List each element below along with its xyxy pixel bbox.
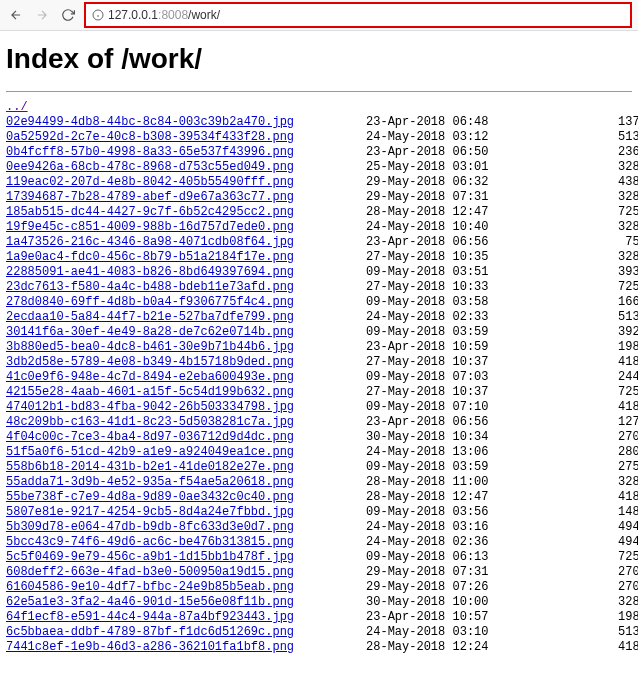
file-link[interactable]: 185ab515-dc44-4427-9c7f-6b52c4295cc2.png (6, 205, 294, 219)
file-link[interactable]: 0ee9426a-68cb-478c-8968-d753c55ed049.png (6, 160, 294, 174)
file-link[interactable]: 55adda71-3d9b-4e52-935a-f54ae5a20618.png (6, 475, 294, 489)
file-link[interactable]: 55be738f-c7e9-4d8a-9d89-0ae3432c0c40.png (6, 490, 294, 504)
page-body: Index of /work/ ../ 02e94499-4db8-44bc-8… (0, 31, 638, 655)
back-button[interactable] (6, 5, 26, 25)
site-info-icon[interactable] (92, 9, 104, 21)
file-link[interactable]: 278d0840-69ff-4d8b-b0a4-f9306775f4c4.png (6, 295, 294, 309)
file-link[interactable]: 474012b1-bd83-4fba-9042-26b503334798.jpg (6, 400, 294, 414)
file-link[interactable]: 3b880ed5-bea0-4dc8-b461-30e9b71b44b6.jpg (6, 340, 294, 354)
url-path: /work/ (188, 8, 220, 22)
file-link[interactable]: 51f5a0f6-51cd-42b9-a1e9-a924049ea1ce.png (6, 445, 294, 459)
file-link[interactable]: 48c209bb-c163-41d1-8c23-5d5038281c7a.jpg (6, 415, 294, 429)
file-link[interactable]: 3db2d58e-5789-4e08-b349-4b15718b9ded.png (6, 355, 294, 369)
reload-button[interactable] (58, 5, 78, 25)
file-link[interactable]: 61604586-9e10-4df7-bfbc-24e9b85b5eab.png (6, 580, 294, 594)
file-link[interactable]: 558b6b18-2014-431b-b2e1-41de0182e27e.png (6, 460, 294, 474)
file-link[interactable]: 7441c8ef-1e9b-46d3-a286-362101fa1bf8.png (6, 640, 294, 654)
file-link[interactable]: 5b309d78-e064-47db-b9db-8fc633d3e0d7.png (6, 520, 294, 534)
page-title-prefix: Index of (6, 43, 121, 74)
directory-listing: ../ 02e94499-4db8-44bc-8c84-003c39b2a470… (6, 100, 632, 655)
file-link[interactable]: 23dc7613-f580-4a4c-b488-bdeb11e73afd.png (6, 280, 294, 294)
url-bar[interactable]: 127.0.0.1:8008/work/ (84, 2, 632, 28)
file-link[interactable]: 5bcc43c9-74f6-49d6-ac6c-be476b313815.png (6, 535, 294, 549)
page-title-path: /work/ (121, 43, 202, 74)
file-link[interactable]: 22885091-ae41-4083-b826-8bd649397694.png (6, 265, 294, 279)
forward-button[interactable] (32, 5, 52, 25)
file-link[interactable]: 1a9e0ac4-fdc0-456c-8b79-b51a2184f17e.png (6, 250, 294, 264)
file-link[interactable]: 5807e81e-9217-4254-9cb5-8d4a24e7fbbd.jpg (6, 505, 294, 519)
url-text: 127.0.0.1:8008/work/ (108, 8, 220, 22)
file-link[interactable]: 64f1ecf8-e591-44c4-944a-87a4bf923443.jpg (6, 610, 294, 624)
url-port: :8008 (158, 8, 188, 22)
file-link[interactable]: 17394687-7b28-4789-abef-d9e67a363c77.png (6, 190, 294, 204)
file-link[interactable]: 41c0e9f6-948e-4c7d-8494-e2eba600493e.png (6, 370, 294, 384)
browser-toolbar: 127.0.0.1:8008/work/ (0, 0, 638, 31)
parent-dir-link[interactable]: ../ (6, 100, 28, 114)
file-link[interactable]: 6c5bbaea-ddbf-4789-87bf-f1dc6d51269c.png (6, 625, 294, 639)
file-link[interactable]: 42155e28-4aab-4601-a15f-5c54d199b632.png (6, 385, 294, 399)
file-link[interactable]: 2ecdaa10-5a84-44f7-b21e-527ba7dfe799.png (6, 310, 294, 324)
file-link[interactable]: 02e94499-4db8-44bc-8c84-003c39b2a470.jpg (6, 115, 294, 129)
file-link[interactable]: 0b4fcff8-57b0-4998-8a33-65e537f43996.png (6, 145, 294, 159)
file-link[interactable]: 19f9e45c-c851-4009-988b-16d757d7ede0.png (6, 220, 294, 234)
url-host: 127.0.0.1 (108, 8, 158, 22)
file-link[interactable]: 0a52592d-2c7e-40c8-b308-39534f433f28.png (6, 130, 294, 144)
file-link[interactable]: 62e5a1e3-3fa2-4a46-901d-15e56e08f11b.png (6, 595, 294, 609)
file-link[interactable]: 608deff2-663e-4fad-b3e0-500950a19d15.png (6, 565, 294, 579)
divider (6, 91, 632, 92)
file-link[interactable]: 5c5f0469-9e79-456c-a9b1-1d15bb1b478f.jpg (6, 550, 294, 564)
file-link[interactable]: 1a473526-216c-4346-8a98-4071cdb08f64.jpg (6, 235, 294, 249)
page-title: Index of /work/ (6, 43, 632, 75)
file-link[interactable]: 4f04c00c-7ce3-4ba4-8d97-036712d9d4dc.png (6, 430, 294, 444)
file-link[interactable]: 119eac02-207d-4e8b-8042-405b55490fff.png (6, 175, 294, 189)
file-link[interactable]: 30141f6a-30ef-4e49-8a28-de7c62e0714b.png (6, 325, 294, 339)
